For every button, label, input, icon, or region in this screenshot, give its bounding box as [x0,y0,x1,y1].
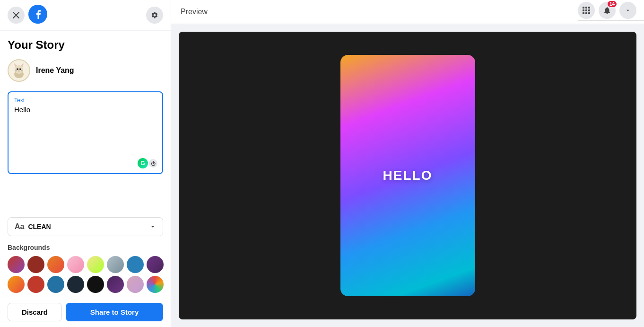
svg-point-18 [19,68,21,70]
share-to-story-button[interactable]: Share to Story [66,303,163,321]
close-button[interactable] [8,7,25,24]
font-selector-left: Aa CLEAN [15,222,51,231]
grammarly-g-icon: G [138,158,148,168]
gear-icon [151,11,158,19]
username-label: Irene Yang [36,66,74,75]
text-field-wrapper: Text Hello G ⏻ [8,91,163,174]
svg-point-21 [18,70,19,71]
apps-button[interactable] [578,2,595,19]
discard-button[interactable]: Discard [8,303,62,321]
close-icon [13,12,19,18]
svg-rect-2 [588,7,590,9]
story-preview-text: HELLO [383,168,433,183]
preview-canvas: HELLO [179,32,636,319]
grammarly-power-icon: ⏻ [149,159,157,168]
avatar [8,59,30,82]
svg-rect-8 [588,12,590,14]
font-name-label: CLEAN [28,223,51,230]
background-option-13[interactable] [87,276,104,293]
text-area-section: Text Hello G ⏻ [0,88,171,213]
svg-rect-5 [588,9,590,11]
svg-rect-1 [585,7,587,9]
background-option-2[interactable] [27,256,44,273]
svg-point-12 [15,65,23,74]
background-option-10[interactable] [27,276,44,293]
svg-rect-7 [585,12,587,14]
text-field-label: Text [14,97,157,104]
svg-rect-0 [583,7,584,9]
notification-count: 14 [608,1,617,7]
background-option-4[interactable] [67,256,84,273]
background-option-5[interactable] [87,256,104,273]
background-option-11[interactable] [47,276,64,293]
background-option-9[interactable] [8,276,25,293]
background-option-16[interactable] [147,276,164,293]
background-option-6[interactable] [107,256,124,273]
background-option-3[interactable] [47,256,64,273]
preview-label: Preview [181,8,208,16]
background-option-7[interactable] [127,256,144,273]
svg-rect-3 [583,9,584,11]
background-option-14[interactable] [107,276,124,293]
account-menu-button[interactable] [619,2,636,19]
user-row: Irene Yang [0,55,171,88]
font-selector[interactable]: Aa CLEAN [8,217,163,236]
bottom-buttons: Discard Share to Story [0,297,171,327]
sidebar-top-row [0,0,171,31]
text-input[interactable]: Hello [14,106,157,168]
notifications-button[interactable]: 14 [599,2,616,19]
sidebar-icons-left [8,5,47,26]
backgrounds-label: Backgrounds [8,244,163,251]
svg-point-20 [20,69,21,69]
apps-icon [582,6,591,15]
chevron-down-icon [149,223,156,230]
svg-point-17 [17,68,18,70]
facebook-logo [28,5,47,26]
preview-area: Preview HELLO [171,0,644,327]
settings-button[interactable] [146,7,163,24]
font-aa-label: Aa [15,222,24,231]
svg-rect-4 [585,9,587,11]
page-title: Your Story [0,31,171,55]
background-option-8[interactable] [147,256,164,273]
backgrounds-grid [8,256,163,293]
background-option-1[interactable] [8,256,25,273]
grammarly-addon: G ⏻ [138,158,157,168]
background-option-15[interactable] [127,276,144,293]
sidebar: Your Story [0,0,171,327]
story-card: HELLO [340,55,475,296]
svg-point-19 [17,69,18,69]
preview-header: Preview [171,0,644,24]
svg-rect-6 [583,12,584,14]
backgrounds-section: Backgrounds [0,240,171,297]
background-option-12[interactable] [67,276,84,293]
chevron-down-icon [625,7,631,14]
bell-icon [603,6,611,15]
